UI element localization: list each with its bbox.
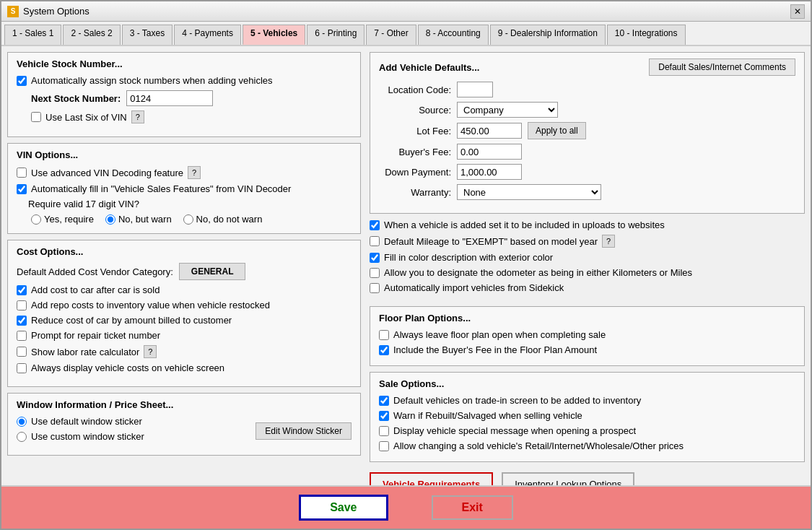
show-labor-checkbox[interactable]	[17, 347, 27, 357]
vin-radio-no-warn: No, but warn	[105, 214, 172, 225]
prompt-repair-label[interactable]: Prompt for repair ticket number	[31, 330, 160, 341]
auto-assign-checkbox[interactable]	[17, 76, 27, 86]
location-code-input[interactable]	[457, 82, 493, 97]
uploads-websites-checkbox[interactable]	[370, 220, 380, 230]
save-button[interactable]: Save	[299, 495, 388, 521]
add-cost-label[interactable]: Add cost to car after car is sold	[31, 284, 160, 295]
use-default-label[interactable]: Use default window sticker	[31, 416, 142, 427]
vendor-category-button[interactable]: GENERAL	[179, 263, 246, 280]
vin-no-not-warn-label[interactable]: No, do not warn	[196, 214, 263, 225]
tab-payments[interactable]: 4 - Payments	[174, 25, 241, 45]
default-trade-label[interactable]: Default vehicles on trade-in screen to b…	[393, 395, 641, 406]
use-custom-radio[interactable]	[17, 432, 27, 442]
advanced-vin-checkbox[interactable]	[17, 168, 27, 178]
default-trade-checkbox[interactable]	[379, 396, 389, 406]
tab-accounting[interactable]: 8 - Accounting	[418, 25, 489, 45]
window-info-section: Window Information / Price Sheet... Use …	[7, 393, 361, 456]
advanced-vin-help-icon[interactable]: ?	[188, 166, 201, 179]
vin-no-warn-radio[interactable]	[105, 214, 115, 225]
prompt-repair-checkbox[interactable]	[17, 331, 27, 341]
tab-printing[interactable]: 6 - Printing	[307, 25, 364, 45]
close-button[interactable]: ✕	[790, 4, 805, 19]
include-buyer-fee-checkbox[interactable]	[379, 345, 389, 355]
display-special-checkbox[interactable]	[379, 426, 389, 436]
odometer-label[interactable]: Allow you to designate the odometer as b…	[384, 267, 692, 278]
odometer-checkbox[interactable]	[370, 268, 380, 278]
edit-window-sticker-button[interactable]: Edit Window Sticker	[256, 422, 352, 440]
fill-color-checkbox[interactable]	[370, 253, 380, 263]
buyers-fee-input[interactable]	[457, 144, 522, 160]
always-display-label[interactable]: Always display vehicle costs on vehicle …	[31, 362, 224, 373]
vin-radio-yes: Yes, require	[31, 214, 94, 225]
add-repo-label[interactable]: Add repo costs to inventory value when v…	[31, 300, 270, 310]
vin-yes-label[interactable]: Yes, require	[44, 214, 94, 225]
apply-to-all-button[interactable]: Apply to all	[528, 122, 586, 139]
vehicle-requirements-button[interactable]: Vehicle Requirements	[370, 472, 493, 485]
reduce-cost-label[interactable]: Reduce cost of car by amount billed to c…	[31, 315, 232, 326]
floor-plan-open-row: Always leave floor plan open when comple…	[379, 329, 795, 340]
vin-yes-radio[interactable]	[31, 214, 41, 225]
use-custom-label[interactable]: Use custom window sticker	[31, 431, 144, 442]
floor-plan-open-label[interactable]: Always leave floor plan open when comple…	[393, 329, 606, 340]
auto-fill-label[interactable]: Automatically fill in "Vehicle Sales Fea…	[31, 183, 291, 194]
exit-button[interactable]: Exit	[432, 495, 513, 520]
exempt-mileage-help-icon[interactable]: ?	[602, 235, 615, 248]
cost-options-section: Cost Options... Default Added Cost Vendo…	[7, 240, 361, 387]
warn-rebuilt-row: Warn if Rebuilt/Salvaged when selling ve…	[379, 410, 795, 421]
display-special-label[interactable]: Display vehicle special message when ope…	[393, 425, 636, 436]
use-default-radio[interactable]	[17, 417, 27, 427]
vehicle-checkboxes-section: When a vehicle is added set it to be inc…	[370, 220, 805, 300]
inventory-lookup-button[interactable]: Inventory Lookup Options	[502, 472, 634, 485]
uploads-websites-row: When a vehicle is added set it to be inc…	[370, 220, 805, 230]
tab-other[interactable]: 7 - Other	[366, 25, 416, 45]
tab-dealership[interactable]: 9 - Dealership Information	[490, 25, 606, 45]
source-select[interactable]: Company	[457, 102, 558, 118]
vin-no-warn-label[interactable]: No, but warn	[118, 214, 172, 225]
lot-fee-input[interactable]	[457, 123, 522, 139]
advanced-vin-label[interactable]: Use advanced VIN Decoding feature	[31, 168, 183, 178]
add-cost-checkbox[interactable]	[17, 285, 27, 295]
window-title: System Options	[23, 6, 90, 17]
use-last-six-checkbox[interactable]	[31, 112, 41, 122]
reduce-cost-checkbox[interactable]	[17, 316, 27, 326]
fill-color-label[interactable]: Fill in color description with exterior …	[384, 252, 553, 263]
allow-changing-label[interactable]: Allow changing a sold vehicle's Retail/I…	[393, 440, 684, 451]
left-panel: Vehicle Stock Number... Automatically as…	[7, 52, 361, 479]
auto-import-checkbox[interactable]	[370, 283, 380, 293]
use-last-six-label[interactable]: Use Last Six of VIN	[45, 112, 127, 123]
tab-sales2[interactable]: 2 - Sales 2	[63, 25, 120, 45]
tab-sales1[interactable]: 1 - Sales 1	[4, 25, 61, 45]
allow-changing-checkbox[interactable]	[379, 441, 389, 451]
require-valid-label: Require valid 17 digit VIN?	[28, 199, 352, 209]
title-bar: S System Options ✕	[1, 1, 811, 22]
tab-vehicles[interactable]: 5 - Vehicles	[243, 25, 305, 45]
down-payment-input[interactable]	[457, 164, 522, 180]
exempt-mileage-label[interactable]: Default Mileage to "EXEMPT" based on mod…	[384, 236, 598, 247]
exempt-mileage-checkbox[interactable]	[370, 236, 380, 246]
next-stock-input[interactable]	[126, 90, 213, 106]
reduce-cost-row: Reduce cost of car by amount billed to c…	[17, 315, 352, 326]
tab-taxes[interactable]: 3 - Taxes	[122, 25, 173, 45]
exempt-mileage-row: Default Mileage to "EXEMPT" based on mod…	[370, 235, 805, 248]
always-display-checkbox[interactable]	[17, 363, 27, 373]
auto-import-label[interactable]: Automatically import vehicles from Sidek…	[384, 282, 564, 293]
tab-integrations[interactable]: 10 - Integrations	[607, 25, 686, 45]
show-labor-help-icon[interactable]: ?	[144, 345, 157, 358]
warranty-select[interactable]: None	[457, 184, 601, 200]
uploads-websites-label[interactable]: When a vehicle is added set it to be inc…	[384, 220, 665, 230]
vin-no-not-warn-radio[interactable]	[183, 214, 193, 225]
show-labor-label[interactable]: Show labor rate calculator	[31, 347, 139, 357]
default-comments-button[interactable]: Default Sales/Internet Comments	[649, 58, 795, 76]
include-buyer-fee-label[interactable]: Include the Buyer's Fee in the Floor Pla…	[393, 344, 597, 355]
sale-options-title: Sale Options...	[379, 378, 795, 389]
floor-plan-section: Floor Plan Options... Always leave floor…	[370, 306, 805, 366]
add-repo-checkbox[interactable]	[17, 300, 27, 310]
use-last-six-help-icon[interactable]: ?	[131, 110, 144, 123]
auto-fill-checkbox[interactable]	[17, 184, 27, 194]
floor-plan-open-checkbox[interactable]	[379, 330, 389, 340]
warn-rebuilt-label[interactable]: Warn if Rebuilt/Salvaged when selling ve…	[393, 410, 582, 421]
auto-import-row: Automatically import vehicles from Sidek…	[370, 282, 805, 293]
auto-assign-label[interactable]: Automatically assign stock numbers when …	[31, 75, 273, 86]
warn-rebuilt-checkbox[interactable]	[379, 411, 389, 421]
add-cost-row: Add cost to car after car is sold	[17, 284, 352, 295]
